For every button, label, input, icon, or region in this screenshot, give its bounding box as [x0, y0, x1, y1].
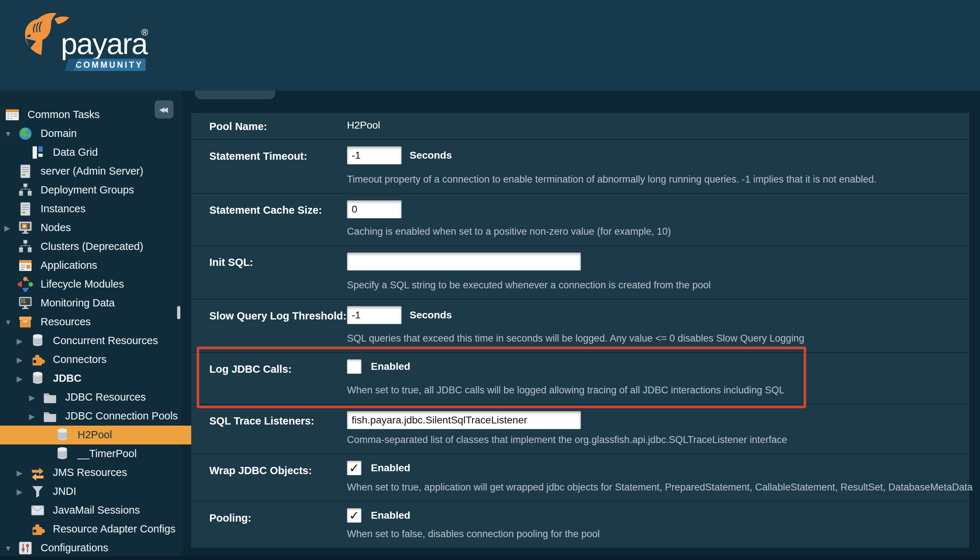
sidebar-collapse-button[interactable]: ◀◀	[155, 100, 173, 118]
expand-right-icon[interactable]: ▶	[29, 394, 42, 401]
input-suffix: Seconds	[409, 150, 452, 161]
field-label: Pool Name:	[209, 120, 267, 133]
sidebar-item-clusters-deprecated[interactable]: Clusters (Deprecated)	[0, 237, 186, 256]
sidebar-item-deployment-groups[interactable]: Deployment Groups	[0, 181, 186, 200]
field-description: SQL queries that exceed this time in sec…	[347, 333, 804, 344]
folder-icon	[42, 408, 58, 424]
sidebar-item-applications[interactable]: Applications	[0, 256, 186, 275]
sidebar-item-monitoring-data[interactable]: Monitoring Data	[0, 294, 186, 313]
sidebar-item-nodes[interactable]: ▶Nodes	[0, 218, 186, 237]
pooling-checkbox[interactable]: ✓	[347, 508, 361, 523]
sidebar-item-configurations[interactable]: ▼Configurations	[0, 538, 186, 557]
sidebar-item-label: Nodes	[41, 222, 71, 233]
expand-right-icon[interactable]: ▶	[17, 469, 30, 477]
database-icon	[30, 333, 46, 349]
field-description: Timeout property of a connection to enab…	[347, 174, 877, 185]
wrap-jdbc-objects-checkbox[interactable]: ✓	[347, 461, 361, 475]
content-tab-stub[interactable]	[195, 90, 275, 99]
expand-down-icon[interactable]: ▼	[4, 130, 17, 138]
payara-logo: payara ® COMMUNITY	[18, 11, 170, 80]
statement-timeout-input[interactable]	[347, 146, 402, 165]
expand-right-icon[interactable]: ▶	[17, 488, 30, 495]
sidebar-item-connectors[interactable]: ▶Connectors	[0, 350, 198, 369]
puzzle-icon	[30, 521, 46, 537]
statement-cache-size-input[interactable]	[347, 200, 402, 218]
form-row-statement-timeout: Statement Timeout:SecondsTimeout propert…	[191, 140, 969, 193]
expand-right-icon[interactable]: ▶	[4, 224, 17, 232]
sidebar-item-label: Deployment Groups	[41, 184, 134, 196]
sidebar-item-label: __TimerPool	[78, 448, 136, 460]
expand-right-icon[interactable]: ▶	[29, 413, 42, 420]
checkbox-label: Enabled	[371, 462, 410, 474]
field-description: When set to true, application will get w…	[347, 482, 972, 493]
log-jdbc-calls-checkbox[interactable]	[347, 359, 361, 374]
sidebar-nav-tree: Common Tasks▼DomainData Gridserver (Admi…	[0, 90, 181, 560]
sidebar-item-concurrent-resources[interactable]: ▶Concurrent Resources	[0, 332, 198, 350]
sidebar-item-label: Resource Adapter Configs	[53, 523, 176, 535]
checkbox-label: Enabled	[371, 361, 410, 372]
sidebar-item-server-admin-server[interactable]: server (Admin Server)	[0, 162, 186, 181]
sidebar-item-label: server (Admin Server)	[41, 165, 143, 177]
nodes-icon	[17, 220, 33, 236]
sidebar-item-data-grid[interactable]: Data Grid	[0, 143, 198, 162]
sidebar-item-jdbc-connection-pools[interactable]: ▶JDBC Connection Pools	[0, 407, 210, 426]
sidebar-item-jdbc[interactable]: ▶JDBC	[0, 369, 198, 388]
sidebar-item-label: Lifecycle Modules	[41, 278, 124, 290]
header-band: payara ® COMMUNITY	[0, 0, 980, 90]
field-label: Pooling:	[209, 512, 251, 525]
sidebar-item-label: Concurrent Resources	[53, 335, 158, 347]
sidebar-item-label: Monitoring Data	[41, 297, 115, 309]
checkbox-label: Enabled	[371, 510, 410, 521]
sidebar-item-resources[interactable]: ▼Resources	[0, 313, 186, 332]
sidebar-item-label: JDBC	[53, 373, 82, 384]
bottom-edge-strip	[0, 557, 980, 560]
form-row-wrap-jdbc-objects: Wrap JDBC Objects:✓EnabledWhen set to tr…	[191, 454, 969, 501]
sidebar-item-instances[interactable]: Instances	[0, 200, 186, 218]
server-icon	[17, 163, 33, 179]
sidebar-item-jdbc-resources[interactable]: ▶JDBC Resources	[0, 388, 210, 407]
sidebar-item-label: Resources	[41, 316, 91, 328]
expand-right-icon[interactable]: ▶	[17, 356, 30, 364]
sidebar-item-label: JavaMail Sessions	[53, 505, 140, 516]
sidebar-item-label: Applications	[41, 260, 97, 271]
sidebar-item-lifecycle-modules[interactable]: Lifecycle Modules	[0, 275, 186, 294]
init-sql-input[interactable]	[347, 252, 581, 271]
sidebar-item-label: H2Pool	[78, 429, 112, 441]
lifecycle-icon	[17, 277, 33, 292]
sidebar-item-h2pool[interactable]: H2Pool	[0, 426, 223, 445]
sidebar-item-label: Configurations	[41, 542, 108, 554]
field-label: Statement Timeout:	[209, 150, 307, 163]
field-label: SQL Trace Listeners:	[209, 415, 314, 427]
form-row-slow-query-log-threshold: Slow Query Log Threshold:SecondsSQL quer…	[191, 300, 969, 352]
sidebar-scrollbar-thumb[interactable]	[177, 306, 180, 319]
monitoring-icon	[17, 295, 33, 311]
server-icon	[17, 201, 33, 217]
expand-down-icon[interactable]: ▼	[4, 545, 17, 552]
expand-down-icon[interactable]: ▼	[4, 318, 17, 326]
sidebar-item-label: JDBC Connection Pools	[65, 410, 178, 422]
cluster-icon	[17, 239, 33, 255]
field-label: Log JDBC Calls:	[209, 363, 291, 376]
sidebar-item-resource-adapter-configs[interactable]: Resource Adapter Configs	[0, 520, 198, 538]
form-row-pool-name: Pool Name:H2Pool	[191, 113, 969, 139]
sidebar-item-jndi[interactable]: ▶JNDI	[0, 482, 198, 501]
sql-trace-listeners-input[interactable]	[347, 411, 581, 429]
puzzle-icon	[30, 352, 46, 368]
folder-icon	[42, 389, 58, 405]
sidebar-item-label: JDBC Resources	[65, 392, 146, 403]
expand-right-icon[interactable]: ▶	[17, 337, 30, 345]
sidebar-item-label: JMS Resources	[53, 467, 127, 478]
input-suffix: Seconds	[409, 309, 452, 321]
field-value: H2Pool	[347, 120, 380, 131]
sidebar-item-timerpool[interactable]: __TimerPool	[0, 445, 223, 463]
field-description: When set to true, all JDBC calls will be…	[347, 385, 784, 396]
sidebar-item-jms-resources[interactable]: ▶JMS Resources	[0, 463, 198, 482]
sidebar-item-label: Instances	[41, 203, 85, 215]
sidebar-item-label: JNDI	[53, 486, 76, 497]
sidebar-item-domain[interactable]: ▼Domain	[0, 124, 186, 143]
expand-right-icon[interactable]: ▶	[17, 375, 30, 383]
field-description: Caching is enabled when set to a positiv…	[347, 226, 671, 237]
sidebar-item-javamail-sessions[interactable]: JavaMail Sessions	[0, 501, 198, 520]
sidebar-item-label: Clusters (Deprecated)	[41, 241, 143, 252]
slow-query-log-threshold-input[interactable]	[347, 306, 402, 324]
